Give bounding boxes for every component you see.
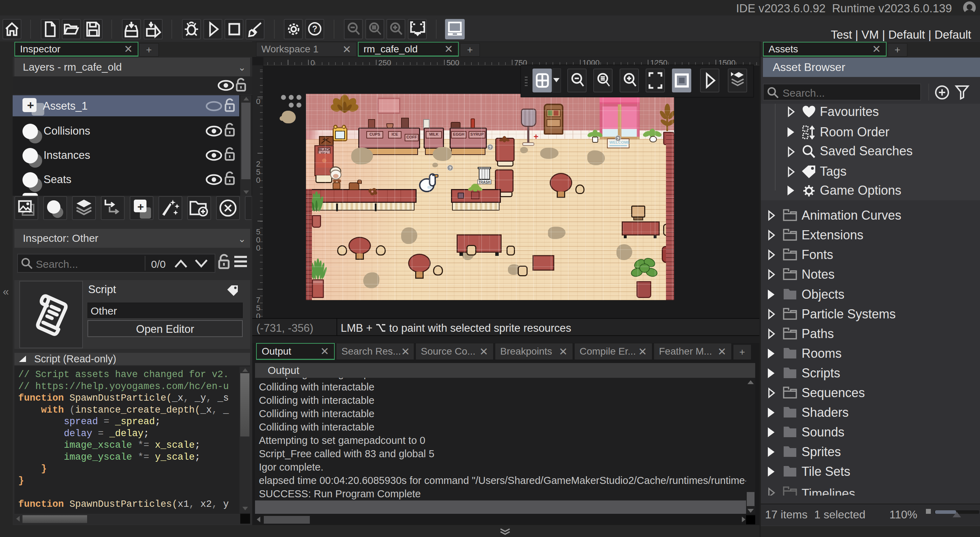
svg-text:?: ? — [312, 24, 318, 33]
